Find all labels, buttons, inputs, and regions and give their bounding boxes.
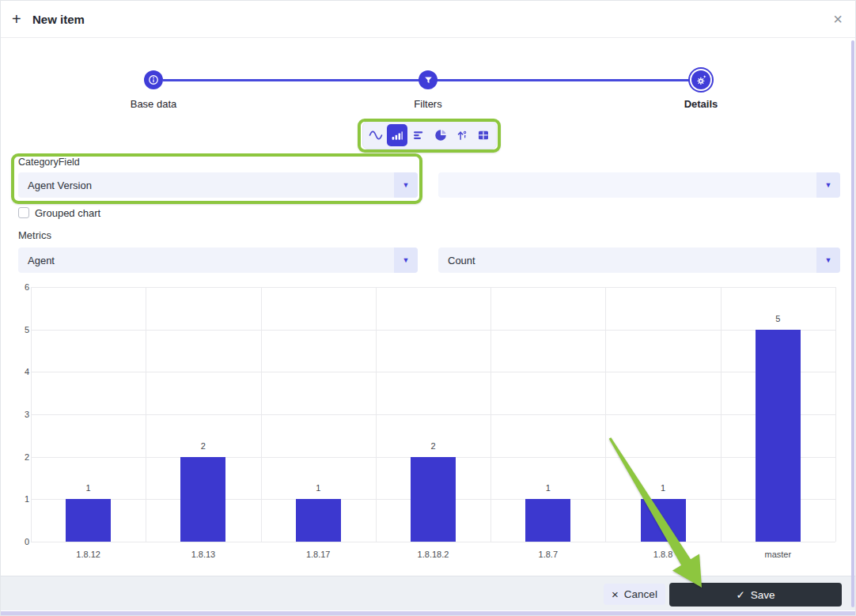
bar: [525, 499, 570, 542]
x-tick-label: 1.8.13: [156, 550, 251, 559]
bar-value-label: 2: [411, 441, 456, 451]
dialog-header: + New item ×: [1, 1, 855, 38]
x-tick-label: 1.8.7: [501, 550, 596, 559]
funnel-icon: [419, 70, 437, 89]
gridline: [31, 287, 835, 288]
y-axis: 0123456: [18, 279, 29, 542]
gridline: [31, 414, 835, 415]
gridline: [605, 287, 606, 542]
chevron-down-icon: ▼: [394, 172, 418, 198]
category-field-label: CategoryField: [18, 157, 80, 168]
metrics-aggregation-value: Count: [438, 255, 816, 266]
y-tick-label: 0: [18, 537, 29, 546]
x-tick-label: master: [730, 550, 825, 559]
bar-value-label: 1: [66, 483, 111, 493]
metrics-label: Metrics: [18, 229, 51, 241]
chart-plot: 1212115: [31, 287, 835, 542]
metrics-field-select[interactable]: Agent ▼: [18, 248, 418, 273]
x-icon: ×: [612, 589, 619, 600]
gridline: [490, 287, 491, 542]
y-tick-label: 6: [18, 282, 29, 292]
vertical-scrollbar[interactable]: [851, 40, 854, 607]
bar: [411, 457, 456, 542]
horizontal-bar-chart-icon[interactable]: [408, 124, 429, 146]
step-base-data[interactable]: Base data: [98, 70, 209, 110]
gridline: [31, 372, 835, 372]
y-tick-label: 1: [18, 494, 29, 504]
table-icon[interactable]: [473, 124, 494, 146]
chevron-down-icon: ▼: [816, 172, 840, 198]
step-filters[interactable]: Filters: [373, 70, 483, 110]
step-label: Details: [646, 98, 756, 110]
bar-chart-preview: 0123456 1212115 1.8.121.8.131.8.171.8.18…: [18, 279, 839, 564]
horizontal-scrollbar[interactable]: [1, 611, 855, 615]
metrics-aggregation-select[interactable]: Count ▼: [438, 248, 840, 273]
gridline: [835, 287, 836, 542]
y-tick-label: 4: [18, 367, 29, 376]
save-button[interactable]: ✓ Save: [669, 583, 842, 607]
bar: [66, 499, 111, 542]
y-tick-label: 3: [18, 410, 29, 419]
step-label: Filters: [373, 98, 483, 110]
grouped-chart-checkbox[interactable]: [18, 207, 29, 218]
secondary-field-select[interactable]: ▼: [438, 172, 840, 198]
plus-icon: +: [12, 11, 21, 27]
bar-value-label: 5: [756, 314, 801, 323]
ranking-chart-icon[interactable]: [452, 124, 472, 146]
gridline: [376, 287, 377, 542]
close-icon[interactable]: ×: [833, 9, 843, 28]
bar-value-label: 1: [641, 483, 686, 493]
bar: [296, 499, 341, 542]
step-details[interactable]: Details: [646, 70, 756, 110]
chevron-down-icon: ▼: [816, 248, 840, 273]
bar-value-label: 1: [525, 483, 570, 493]
pie-chart-icon[interactable]: [430, 124, 451, 146]
x-tick-label: 1.8.17: [271, 550, 366, 559]
x-tick-label: 1.8.12: [41, 550, 136, 559]
cancel-button[interactable]: × Cancel: [604, 584, 665, 605]
y-tick-label: 5: [18, 325, 29, 334]
category-field-value: Agent Version: [18, 180, 394, 191]
gear-icon: [691, 70, 710, 89]
line-chart-icon[interactable]: [366, 124, 386, 146]
gridline: [721, 287, 722, 542]
y-tick-label: 2: [18, 452, 29, 462]
new-item-dialog: + New item × Base data Filters: [0, 0, 856, 616]
bar: [756, 330, 801, 542]
grouped-chart-label: Grouped chart: [35, 207, 100, 219]
info-icon: [144, 70, 163, 89]
category-field-select[interactable]: Agent Version ▼: [18, 172, 418, 198]
check-icon: ✓: [736, 588, 744, 601]
bar: [180, 457, 225, 542]
dialog-title: New item: [32, 13, 85, 26]
step-label: Base data: [98, 98, 209, 110]
x-tick-label: 1.8.8: [615, 550, 710, 559]
bar: [641, 499, 686, 542]
chevron-down-icon: ▼: [394, 248, 418, 273]
gridline: [261, 287, 262, 542]
bar-value-label: 1: [296, 483, 341, 493]
gridline: [31, 287, 32, 542]
x-tick-label: 1.8.18.2: [386, 550, 481, 559]
gridline: [146, 287, 146, 542]
metrics-field-value: Agent: [18, 255, 394, 266]
bar-value-label: 2: [180, 441, 225, 451]
chart-type-toolbar: [362, 121, 497, 149]
gridline: [31, 330, 835, 331]
gridline: [31, 542, 835, 542]
bar-chart-icon[interactable]: [387, 124, 407, 146]
